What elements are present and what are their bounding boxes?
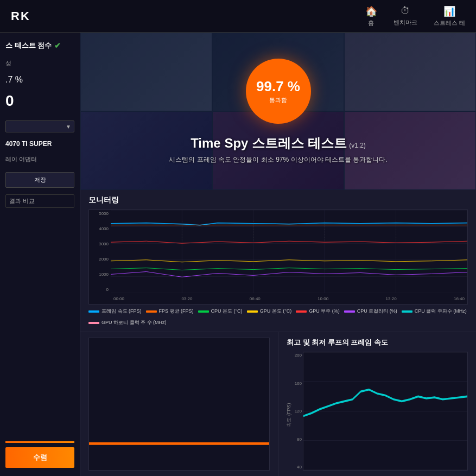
sidebar-title-text: 스 테스트 점수 [5,41,52,50]
banner-overlay: 99.7 % 통과함 Time Spy 스트레스 테스트 (v1.2) 시스템의… [80,33,476,190]
stability-label: 성 [5,59,74,67]
legend-gpu-load-color [296,310,307,313]
header: RK 🏠 홈 ⏱ 벤치마크 📊 스트레스 테 [0,0,476,33]
y-val-2000: 2000 [99,257,109,262]
x-label-4: 13:20 [386,296,397,301]
gpu-select-wrapper[interactable]: ▼ [5,120,74,132]
bottom-right: 최고 및 최저 루프의 프레임 속도 속도 (FPS) 200 160 120 … [278,332,476,476]
bottom-left [80,332,278,476]
legend-gpu-temp: GPU 온도 (°C) [247,308,292,315]
score-pct: .7 % [5,75,74,85]
legend-gpu-clock: GPU 하로티 클럭 주 수 (MHz) [88,319,167,326]
legend-avg-fps-color [146,310,157,313]
x-label-0: 00:00 [113,296,124,301]
fps-120: 120 [295,409,302,414]
legend-gpu-clock-color [88,322,99,324]
nav-benchmark-label: 벤치마크 [394,18,417,27]
app-logo: RK [11,9,30,23]
banner-subtitle: 시스템의 프레임 속도 안정율이 최소 97% 이상이어야 테스트를 통과합니다… [169,155,387,164]
chart-x-labels: 00:00 03:20 06:40 10:00 13:20 16:40 [111,293,467,304]
run-button[interactable]: 수렴 [5,447,74,468]
legend-cpu-util: CPU 로컬리티 (%) [344,308,397,315]
legend-avg-fps-label: FPS 평균 (FPS) [159,308,194,315]
legend-cpu-clock-label: CPU 클럭 주파수 (MHz) [415,308,467,315]
y-val-0: 0 [106,287,109,292]
legend-fps-label: 프레임 속도 (FPS) [101,308,142,315]
legend-cpu-temp: CPU 온도 (°C) [198,308,243,315]
adapter-label: 레이 어댑터 [5,155,74,163]
nav-home-label: 홈 [368,19,374,27]
chart-area [111,210,467,293]
chart-y-labels: 5000 4000 3000 2000 1000 0 [89,210,111,293]
banner-version: (v1.2) [349,142,366,149]
nav-stress-label: 스트레스 테 [434,19,465,27]
check-icon: ✔ [54,41,61,50]
legend-gpu-load: GPU 부주 (%) [296,308,340,315]
legend-fps: 프레임 속도 (FPS) [88,308,142,315]
gpu-name: 4070 TI SUPER [5,140,74,148]
banner: 99.7 % 통과함 Time Spy 스트레스 테스트 (v1.2) 시스템의… [80,33,476,190]
benchmark-icon: ⏱ [401,5,410,17]
legend-cpu-temp-label: CPU 온도 (°C) [211,308,243,315]
legend-gpu-load-label: GPU 부주 (%) [309,308,340,315]
legend-cpu-temp-color [198,310,209,313]
legend-fps-color [88,310,99,313]
monitoring-title: 모니터링 [88,195,468,205]
home-icon: 🏠 [365,5,377,17]
pass-label: 통과함 [269,96,287,104]
legend-row: 프레임 속도 (FPS) FPS 평균 (FPS) CPU 온도 (°C) GP… [88,308,468,326]
bottom-section: 최고 및 최저 루프의 프레임 속도 속도 (FPS) 200 160 120 … [80,332,476,476]
sidebar: 스 테스트 점수 ✔ 성 .7 % 0 ▼ 4070 TI SUPER 레이 어… [0,33,80,476]
x-label-3: 10:00 [318,296,328,301]
nav-home[interactable]: 🏠 홈 [365,5,377,27]
legend-cpu-clock-color [402,310,412,313]
monitoring-svg [111,210,467,293]
fps-y-label: 속도 (FPS) [285,403,293,427]
legend-cpu-util-color [344,310,355,313]
legend-gpu-temp-color [247,310,258,313]
monitoring-section: 모니터링 5000 4000 3000 2000 1000 0 [80,190,476,332]
y-val-3000: 3000 [99,242,109,246]
y-val-5000: 5000 [99,211,109,216]
bottom-left-chart [88,338,270,471]
save-button[interactable]: 저장 [5,172,74,188]
monitoring-chart: 5000 4000 3000 2000 1000 0 [88,210,468,304]
fps-160: 160 [295,381,302,386]
gpu-select[interactable] [5,120,74,132]
orange-line [5,441,74,443]
header-nav: 🏠 홈 ⏱ 벤치마크 📊 스트레스 테 [365,5,465,27]
main-layout: 스 테스트 점수 ✔ 성 .7 % 0 ▼ 4070 TI SUPER 레이 어… [0,33,476,476]
content-area: 99.7 % 통과함 Time Spy 스트레스 테스트 (v1.2) 시스템의… [80,33,476,476]
legend-cpu-util-label: CPU 로컬리티 (%) [357,308,397,315]
sidebar-title: 스 테스트 점수 ✔ [5,41,74,50]
pass-circle: 99.7 % 통과함 [246,59,311,124]
legend-avg-fps: FPS 평균 (FPS) [146,308,194,315]
fps-loop-chart [303,352,468,471]
legend-gpu-clock-label: GPU 하로티 클럭 주 수 (MHz) [101,319,167,326]
score-value: 0 [5,92,74,110]
legend-cpu-clock: CPU 클럭 주파수 (MHz) [402,308,467,315]
bottom-right-title: 최고 및 최저 루프의 프레임 속도 [287,338,468,347]
stress-icon: 📊 [443,5,455,17]
y-val-4000: 4000 [99,226,109,231]
fps-200: 200 [295,353,302,358]
pass-percentage: 99.7 % [256,78,300,95]
x-label-5: 16:40 [454,296,465,301]
banner-title: Time Spy 스트레스 테스트 [191,136,347,150]
x-label-1: 03:20 [181,296,192,301]
legend-gpu-temp-label: GPU 온도 (°C) [260,308,292,315]
compare-label: 결과 비교 [5,194,74,208]
fps-40: 40 [297,465,302,469]
nav-stress[interactable]: 📊 스트레스 테 [434,5,465,27]
nav-benchmark[interactable]: ⏱ 벤치마크 [394,5,417,27]
y-val-1000: 1000 [99,272,109,277]
fps-80: 80 [297,437,302,442]
x-label-2: 06:40 [250,296,261,301]
